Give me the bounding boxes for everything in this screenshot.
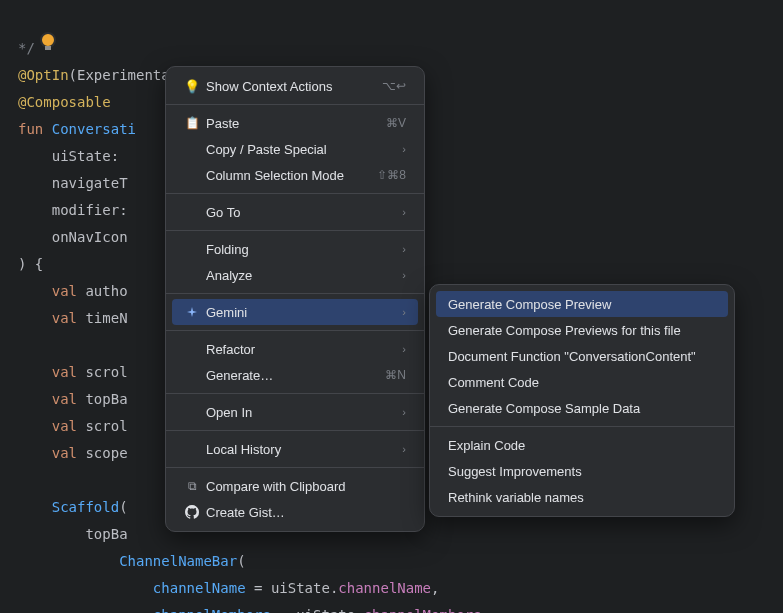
separator xyxy=(166,293,424,294)
menu-copy-paste-special[interactable]: Copy / Paste Special › xyxy=(172,136,418,162)
chevron-right-icon: › xyxy=(402,443,406,455)
menu-gemini[interactable]: Gemini › xyxy=(172,299,418,325)
menu-open-in[interactable]: Open In › xyxy=(172,399,418,425)
separator xyxy=(166,230,424,231)
menu-refactor[interactable]: Refactor › xyxy=(172,336,418,362)
chevron-right-icon: › xyxy=(402,269,406,281)
github-icon xyxy=(182,505,202,519)
separator xyxy=(166,104,424,105)
menu-local-history[interactable]: Local History › xyxy=(172,436,418,462)
menu-paste[interactable]: 📋 Paste ⌘V xyxy=(172,110,418,136)
chevron-right-icon: › xyxy=(402,143,406,155)
anno-composable: @Composable xyxy=(18,94,111,110)
menu-show-context-actions[interactable]: 💡 Show Context Actions ⌥↩ xyxy=(172,73,418,99)
submenu-comment-code[interactable]: Comment Code xyxy=(436,369,728,395)
menu-goto[interactable]: Go To › xyxy=(172,199,418,225)
menu-folding[interactable]: Folding › xyxy=(172,236,418,262)
menu-compare-clipboard[interactable]: ⧉ Compare with Clipboard xyxy=(172,473,418,499)
separator xyxy=(166,467,424,468)
submenu-generate-sample-data[interactable]: Generate Compose Sample Data xyxy=(436,395,728,421)
submenu-generate-compose-preview[interactable]: Generate Compose Preview xyxy=(436,291,728,317)
chevron-right-icon: › xyxy=(402,406,406,418)
submenu-explain-code[interactable]: Explain Code xyxy=(436,432,728,458)
intention-bulb-icon[interactable] xyxy=(40,32,56,48)
menu-create-gist[interactable]: Create Gist… xyxy=(172,499,418,525)
anno-optin: @OptIn xyxy=(18,67,69,83)
separator xyxy=(166,393,424,394)
context-menu: 💡 Show Context Actions ⌥↩ 📋 Paste ⌘V Cop… xyxy=(165,66,425,532)
submenu-document-function[interactable]: Document Function "ConversationContent" xyxy=(436,343,728,369)
chevron-right-icon: › xyxy=(402,206,406,218)
clipboard-icon: 📋 xyxy=(182,116,202,130)
separator xyxy=(166,430,424,431)
bulb-icon: 💡 xyxy=(182,79,202,94)
separator xyxy=(166,330,424,331)
submenu-generate-previews-file[interactable]: Generate Compose Previews for this file xyxy=(436,317,728,343)
chevron-right-icon: › xyxy=(402,343,406,355)
submenu-suggest-improvements[interactable]: Suggest Improvements xyxy=(436,458,728,484)
compare-icon: ⧉ xyxy=(182,479,202,493)
comment-end: */ xyxy=(18,40,35,56)
chevron-right-icon: › xyxy=(402,306,406,318)
menu-column-selection[interactable]: Column Selection Mode ⇧⌘8 xyxy=(172,162,418,188)
chevron-right-icon: › xyxy=(402,243,406,255)
menu-generate[interactable]: Generate… ⌘N xyxy=(172,362,418,388)
menu-analyze[interactable]: Analyze › xyxy=(172,262,418,288)
gemini-submenu: Generate Compose Preview Generate Compos… xyxy=(429,284,735,517)
separator xyxy=(430,426,734,427)
submenu-rethink-names[interactable]: Rethink variable names xyxy=(436,484,728,510)
gemini-star-icon xyxy=(182,306,202,318)
separator xyxy=(166,193,424,194)
